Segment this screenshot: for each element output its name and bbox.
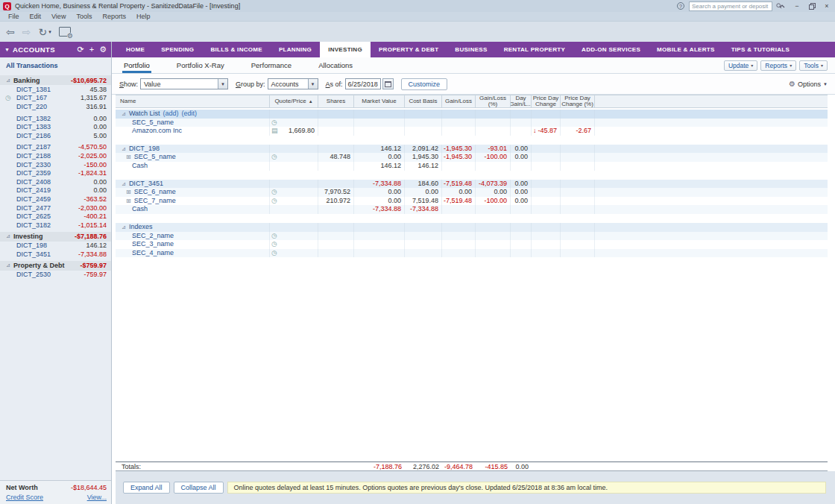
- reports-button[interactable]: Reports▾: [760, 60, 796, 71]
- sidebar-account-dict-1381[interactable]: DICT_138145.38: [0, 85, 111, 94]
- group-row-dict-198[interactable]: ⊿DICT_198146.122,091.42-1,945.30-93.010.…: [116, 145, 828, 154]
- nav-tab-mobile-alerts[interactable]: MOBILE & ALERTS: [649, 42, 723, 57]
- sidebar-group-property-debt[interactable]: ⊿Property & Debt-$759.97: [0, 261, 111, 271]
- nav-tab-property-debt[interactable]: PROPERTY & DEBT: [371, 42, 447, 57]
- nav-tab-tips-tutorials[interactable]: TIPS & TUTORIALS: [723, 42, 798, 57]
- calendar-icon[interactable]: [382, 78, 394, 89]
- menu-view[interactable]: View: [46, 13, 71, 20]
- one-step-update-button[interactable]: ↻ ▾: [38, 26, 51, 38]
- sidebar-account-dict-2477[interactable]: DICT_2477-2,030.00: [0, 204, 111, 212]
- nav-tab-home[interactable]: HOME: [118, 42, 153, 57]
- menu-edit[interactable]: Edit: [25, 13, 47, 20]
- sidebar-account-dict-198[interactable]: DICT_198146.12: [0, 242, 111, 251]
- tools-button[interactable]: Tools▾: [799, 60, 828, 71]
- sidebar-account-dict-2188[interactable]: DICT_2188-2,025.00: [0, 151, 111, 160]
- sidebar-group-banking[interactable]: ⊿Banking-$10,695.72: [0, 75, 111, 85]
- search-input[interactable]: [690, 3, 776, 10]
- sidebar-account-dict-3182[interactable]: DICT_3182-1,015.14: [0, 221, 111, 230]
- column-header-day-gain-l[interactable]: Day Gain/L...: [511, 95, 532, 107]
- security-row-cash[interactable]: Cash146.12146.12: [116, 162, 828, 171]
- sidebar-account-dict-2530[interactable]: DICT_2530-759.97: [0, 271, 111, 280]
- menu-reports[interactable]: Reports: [97, 13, 131, 20]
- collapse-sidebar-icon[interactable]: ▼: [4, 47, 10, 52]
- show-select[interactable]: Value ▼: [140, 78, 228, 89]
- close-button[interactable]: ×: [822, 1, 832, 10]
- security-row-cash[interactable]: Cash-7,334.88-7,334.88: [116, 205, 828, 214]
- menu-help[interactable]: Help: [131, 13, 156, 20]
- all-transactions-link[interactable]: All Transactions: [0, 60, 111, 73]
- security-row-sec-5-name[interactable]: SEC_5_name◷: [116, 119, 828, 127]
- column-header-name[interactable]: Name: [116, 95, 270, 107]
- subtab-allocations[interactable]: Allocations: [317, 57, 354, 73]
- options-button[interactable]: ⚙ Options ▼: [789, 80, 828, 88]
- security-row-sec-7-name[interactable]: ⊞SEC_7_name◷210.9720.007,519.48-7,519.48…: [116, 197, 828, 206]
- expand-plus-icon[interactable]: ⊞: [126, 153, 131, 162]
- sidebar-account-dict-167[interactable]: ◷DICT_1671,315.67: [0, 94, 111, 103]
- security-row-sec-5-name[interactable]: ⊞SEC_5_name◷48.7480.001,945.30-1,945.30-…: [116, 153, 828, 162]
- group-row-indexes[interactable]: ⊿Indexes: [116, 223, 828, 232]
- group-row-dict-3451[interactable]: ⊿DICT_3451-7,334.88184.60-7,519.48-4,073…: [116, 180, 828, 189]
- sidebar-account-dict-2419[interactable]: DICT_24190.00: [0, 186, 111, 195]
- sidebar-account-dict-2186[interactable]: DICT_21865.00: [0, 131, 111, 140]
- nav-tab-planning[interactable]: PLANNING: [271, 42, 320, 57]
- groupby-select[interactable]: Accounts ▼: [268, 78, 318, 89]
- subtab-portfolio-x-ray[interactable]: Portfolio X-Ray: [175, 57, 226, 73]
- nav-tab-spending[interactable]: SPENDING: [153, 42, 202, 57]
- edit-link[interactable]: (edit): [182, 110, 198, 119]
- column-header-price-day-change[interactable]: Price Day Change: [532, 95, 561, 107]
- nav-tab-add-on-services[interactable]: ADD-ON SERVICES: [573, 42, 649, 57]
- security-row-sec-6-name[interactable]: ⊞SEC_6_name◷7,970.520.000.000.000.000.00: [116, 188, 828, 197]
- sidebar-account-dict-3451[interactable]: DICT_3451-7,334.88: [0, 250, 111, 259]
- add-link[interactable]: (add): [163, 110, 179, 119]
- subtab-performance[interactable]: Performance: [250, 57, 293, 73]
- column-header-quote-price[interactable]: Quote/Price▲: [270, 95, 318, 107]
- sidebar-gear-icon[interactable]: ⚙: [99, 45, 107, 54]
- forward-button[interactable]: ⇨: [22, 27, 31, 37]
- subtab-portfolio[interactable]: Portfolio: [122, 57, 151, 73]
- security-row-amazon-com-inc[interactable]: Amazon.com Inc▤1,669.80↓-45.87-2.67: [116, 127, 828, 136]
- expand-plus-icon[interactable]: ⊞: [126, 188, 131, 197]
- collapse-all-button[interactable]: Collapse All: [174, 482, 224, 494]
- security-row-sec-4-name[interactable]: SEC_4_name◷: [116, 249, 828, 258]
- column-header-price-day-change[interactable]: Price Day Change (%): [561, 95, 595, 107]
- sidebar-account-dict-2459[interactable]: DICT_2459-363.52: [0, 195, 111, 204]
- nav-tab-investing[interactable]: INVESTING: [320, 42, 371, 57]
- back-button[interactable]: ⇦: [6, 27, 15, 37]
- group-row-watch-list[interactable]: ⊿Watch List(add)(edit): [116, 110, 828, 119]
- security-row-sec-3-name[interactable]: SEC_3_name◷: [116, 240, 828, 249]
- restore-button[interactable]: [807, 1, 817, 10]
- column-header-gain-loss[interactable]: Gain/Loss: [442, 95, 476, 107]
- add-account-icon[interactable]: +: [89, 45, 94, 54]
- credit-score-link[interactable]: Credit Score: [6, 494, 87, 501]
- nav-tab-business[interactable]: BUSINESS: [447, 42, 495, 57]
- customize-button[interactable]: Customize: [401, 78, 448, 90]
- nav-tab-rental-property[interactable]: RENTAL PROPERTY: [496, 42, 573, 57]
- column-header-gain-loss[interactable]: Gain/Loss (%): [476, 95, 511, 107]
- column-header-cost-basis[interactable]: Cost Basis: [405, 95, 442, 107]
- sidebar-account-dict-1383[interactable]: DICT_13830.00: [0, 122, 111, 131]
- nav-tab-bills-income[interactable]: BILLS & INCOME: [202, 42, 271, 57]
- minimize-button[interactable]: −: [792, 1, 802, 10]
- sidebar-account-dict-2408[interactable]: DICT_24080.00: [0, 177, 111, 186]
- security-row-sec-2-name[interactable]: SEC_2_name◷: [116, 232, 828, 241]
- sidebar-account-dict-2187[interactable]: DICT_2187-4,570.50: [0, 143, 111, 152]
- column-header-market-value[interactable]: Market Value: [354, 95, 405, 107]
- help-icon[interactable]: ?: [677, 2, 684, 10]
- collapse-ribbon-icon[interactable]: [777, 1, 787, 10]
- expand-all-button[interactable]: Expand All: [123, 482, 170, 494]
- sidebar-account-dict-220[interactable]: DICT_220316.91: [0, 102, 111, 111]
- credit-score-view-link[interactable]: View...: [87, 494, 107, 501]
- sidebar-account-dict-2359[interactable]: DICT_2359-1,824.31: [0, 168, 111, 177]
- expand-plus-icon[interactable]: ⊞: [126, 197, 131, 206]
- reports-settings-icon[interactable]: ⚙: [59, 27, 71, 37]
- sidebar-account-dict-2330[interactable]: DICT_2330-150.00: [0, 160, 111, 169]
- update-button[interactable]: Update▾: [724, 60, 757, 71]
- sidebar-group-investing[interactable]: ⊿Investing-$7,188.76: [0, 232, 111, 242]
- sidebar-account-dict-1382[interactable]: DICT_13820.00: [0, 114, 111, 123]
- refresh-accounts-icon[interactable]: ⟳: [77, 45, 84, 54]
- menu-file[interactable]: File: [3, 13, 25, 20]
- sidebar-account-dict-2625[interactable]: DICT_2625-400.21: [0, 212, 111, 221]
- menu-tools[interactable]: Tools: [71, 13, 97, 20]
- asof-date-input[interactable]: 6/25/2018: [345, 78, 381, 89]
- column-header-shares[interactable]: Shares: [318, 95, 354, 107]
